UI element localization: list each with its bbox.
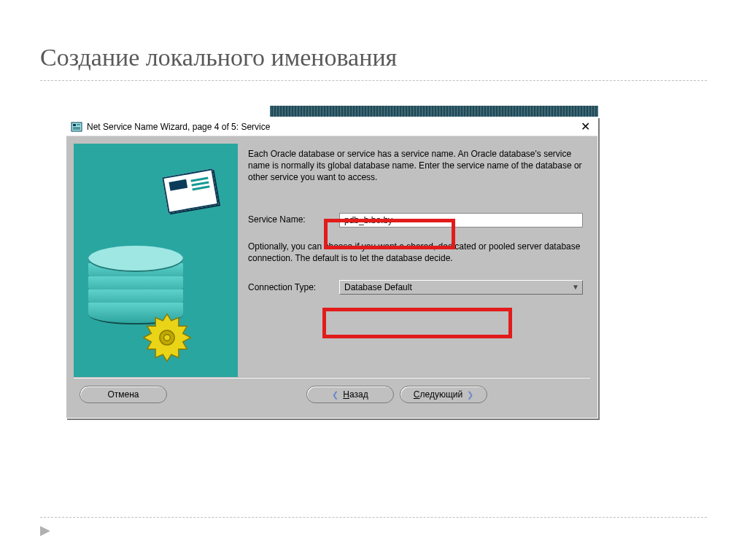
highlight-connection-type xyxy=(322,308,512,338)
instruction-text: Each Oracle database or service has a se… xyxy=(248,148,583,184)
divider-top xyxy=(40,80,707,81)
slide-title: Создание локального именования xyxy=(0,0,747,80)
connection-type-row: Connection Type: Database Default ▼ xyxy=(248,280,583,295)
dialog-body: Each Oracle database or service has a se… xyxy=(66,136,597,418)
close-icon[interactable]: ✕ xyxy=(578,120,593,133)
svg-point-6 xyxy=(164,335,171,341)
service-name-label: Service Name: xyxy=(248,214,339,225)
next-button[interactable]: Следующий ❯ xyxy=(400,386,487,403)
connection-type-label: Connection Type: xyxy=(248,281,339,293)
service-name-input[interactable] xyxy=(339,213,583,228)
gear-icon xyxy=(141,311,193,364)
chevron-down-icon: ▼ xyxy=(572,282,579,292)
service-name-row: Service Name: xyxy=(248,213,583,228)
back-button[interactable]: ❮ Назад xyxy=(306,386,394,403)
form-card-graphic xyxy=(162,168,219,213)
wizard-dialog: Net Service Name Wizard, page 4 of 5: Se… xyxy=(66,117,598,419)
wizard-illustration xyxy=(74,144,238,377)
svg-rect-1 xyxy=(73,124,76,126)
connection-type-select[interactable]: Database Default ▼ xyxy=(339,280,583,295)
connection-type-value: Database Default xyxy=(344,281,412,293)
dialog-footer: Отмена ❮ Назад Следующий ❯ xyxy=(74,377,590,411)
wizard-icon xyxy=(71,121,82,133)
dialog-title: Net Service Name Wizard, page 4 of 5: Se… xyxy=(87,122,578,132)
form-pane: Each Oracle database or service has a se… xyxy=(238,144,590,377)
svg-rect-0 xyxy=(71,122,82,131)
titlebar: Net Service Name Wizard, page 4 of 5: Se… xyxy=(66,117,597,136)
divider-bottom xyxy=(40,517,707,518)
chevron-left-icon: ❮ xyxy=(332,390,338,400)
chevron-right-icon: ❯ xyxy=(467,390,473,400)
optional-text: Optionally, you can choose if you want a… xyxy=(248,241,583,264)
cancel-button[interactable]: Отмена xyxy=(80,386,167,403)
slide-arrow-icon: ▶ xyxy=(40,522,50,538)
